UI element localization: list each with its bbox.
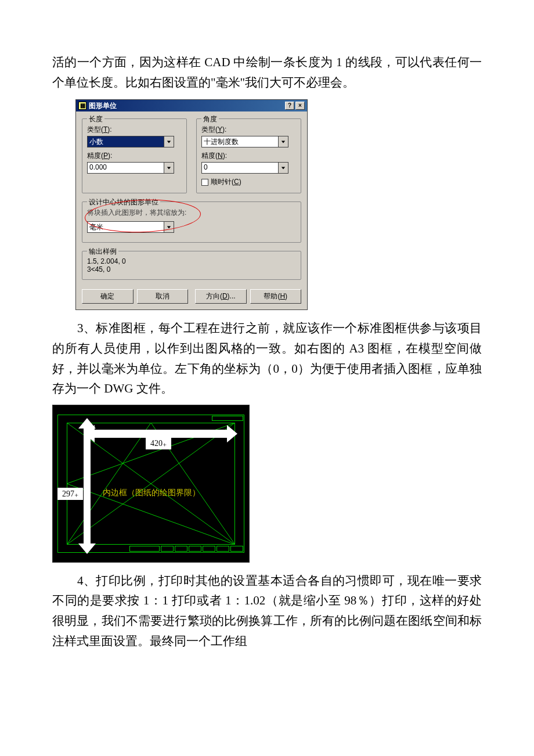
angle-type-label: 类型(Y): (201, 125, 296, 135)
body-paragraph-3: 3、标准图框，每个工程在进行之前，就应该作一个标准图框供参与该项目的所有人员使用… (52, 318, 482, 399)
titleblock-small (212, 416, 243, 421)
svg-marker-2 (282, 141, 285, 143)
a3-frame-figure: 420₊ 297₊ 内边框（图纸的绘图界限） (52, 405, 250, 563)
angle-type-value: 十进制度数 (201, 136, 278, 147)
cancel-button[interactable]: 取消 (137, 289, 189, 304)
svg-marker-4 (167, 226, 171, 229)
sample-legend: 输出样例 (87, 247, 118, 257)
context-help-button[interactable]: ? (285, 102, 294, 110)
drawing-units-dialog: ▦ 图形单位 ? × 长度 类型(T): 小数 (75, 99, 308, 310)
width-dimension-label: 420₊ (146, 437, 171, 449)
chevron-down-icon[interactable] (278, 136, 288, 147)
height-dimension-arrow (80, 418, 95, 554)
help-button[interactable]: 帮助(H) (250, 289, 302, 304)
sample-line-1: 1.5, 2.004, 0 (87, 257, 296, 265)
length-group: 长度 类型(T): 小数 精度(P): 0.000 (82, 118, 187, 193)
svg-marker-1 (167, 167, 171, 170)
length-precision-label: 精度(P): (87, 151, 182, 161)
chevron-down-icon[interactable] (164, 162, 174, 174)
checkbox-box[interactable] (201, 179, 208, 186)
angle-type-combo[interactable]: 十进制度数 (201, 136, 288, 147)
angle-group: 角度 类型(Y): 十进制度数 精度(N): 0 (196, 118, 301, 193)
length-type-combo[interactable]: 小数 (87, 136, 174, 147)
clockwise-label: 顺时针(C) (211, 177, 241, 187)
height-dimension-label: 297₊ (57, 488, 83, 500)
inner-frame-note: 内边框（图纸的绘图界限） (103, 488, 200, 498)
dialog-title: 图形单位 (89, 101, 117, 111)
design-center-group: 设计中心块的图形单位 将块插入此图形时，将其缩放为: 毫米 (82, 201, 301, 243)
chevron-down-icon[interactable] (278, 162, 288, 174)
length-type-value: 小数 (87, 136, 164, 147)
ok-button[interactable]: 确定 (82, 289, 134, 304)
design-center-subnote: 将块插入此图形时，将其缩放为: (87, 208, 296, 218)
insertion-units-value: 毫米 (87, 221, 164, 233)
angle-precision-label: 精度(N): (201, 151, 296, 161)
length-precision-value: 0.000 (87, 162, 164, 174)
svg-marker-3 (282, 167, 285, 170)
angle-precision-combo[interactable]: 0 (201, 162, 288, 174)
drawing-units-dialog-figure: ▦ 图形单位 ? × 长度 类型(T): 小数 (75, 99, 482, 310)
dialog-titlebar: ▦ 图形单位 ? × (76, 100, 307, 111)
close-button[interactable]: × (295, 102, 305, 110)
direction-button[interactable]: 方向(D)... (195, 289, 247, 304)
angle-legend: 角度 (201, 114, 219, 124)
body-paragraph-1: 活的一个方面，因为这样在 CAD 中绘制一条长度为 1 的线段，可以代表任何一个… (52, 52, 482, 92)
sample-line-2: 3<45, 0 (87, 265, 296, 273)
angle-precision-value: 0 (201, 162, 278, 174)
body-paragraph-4: 4、打印比例，打印时其他的设置基本适合各自的习惯即可，现在唯一要求不同的是要求按… (52, 571, 482, 651)
length-type-label: 类型(T): (87, 125, 182, 135)
insertion-units-combo[interactable]: 毫米 (87, 221, 174, 233)
svg-marker-0 (167, 141, 171, 143)
length-legend: 长度 (87, 114, 104, 124)
chevron-down-icon[interactable] (164, 136, 174, 147)
length-precision-combo[interactable]: 0.000 (87, 162, 174, 174)
app-icon: ▦ (78, 102, 86, 110)
design-center-legend: 设计中心块的图形单位 (87, 197, 160, 207)
titleblock-row (129, 546, 243, 552)
clockwise-checkbox[interactable]: 顺时针(C) (201, 177, 296, 187)
sample-output-group: 输出样例 1.5, 2.004, 0 3<45, 0 (82, 251, 301, 280)
chevron-down-icon[interactable] (164, 221, 174, 233)
